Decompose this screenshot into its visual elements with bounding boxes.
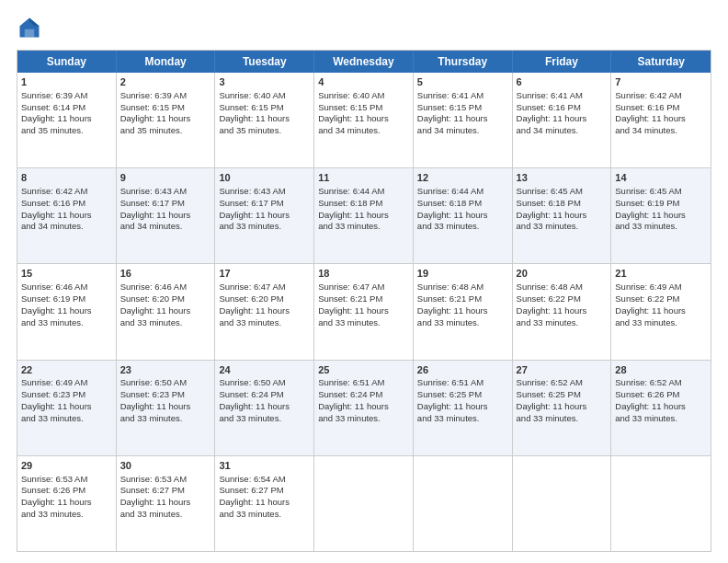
day-number: 24 — [219, 363, 310, 377]
day-info: Sunrise: 6:48 AM Sunset: 6:21 PM Dayligh… — [417, 282, 488, 327]
day-info: Sunrise: 6:51 AM Sunset: 6:24 PM Dayligh… — [318, 377, 389, 422]
day-info: Sunrise: 6:47 AM Sunset: 6:21 PM Dayligh… — [318, 282, 389, 327]
day-info: Sunrise: 6:42 AM Sunset: 6:16 PM Dayligh… — [21, 186, 92, 231]
day-number: 4 — [318, 75, 409, 89]
day-info: Sunrise: 6:50 AM Sunset: 6:24 PM Dayligh… — [219, 377, 290, 422]
day-number: 29 — [21, 459, 112, 473]
day-number: 15 — [21, 267, 112, 281]
header-day-monday: Monday — [117, 51, 216, 73]
day-cell-21: 21Sunrise: 6:49 AM Sunset: 6:22 PM Dayli… — [611, 264, 711, 359]
day-number: 17 — [219, 267, 310, 281]
header-day-saturday: Saturday — [611, 51, 711, 73]
day-cell-3: 3Sunrise: 6:40 AM Sunset: 6:15 PM Daylig… — [215, 73, 314, 167]
day-cell-5: 5Sunrise: 6:41 AM Sunset: 6:15 PM Daylig… — [414, 73, 513, 167]
day-number: 19 — [417, 267, 508, 281]
day-number: 10 — [219, 171, 310, 185]
day-cell-25: 25Sunrise: 6:51 AM Sunset: 6:24 PM Dayli… — [314, 361, 414, 455]
day-number: 20 — [517, 267, 608, 281]
day-number: 1 — [21, 75, 112, 89]
day-cell-27: 27Sunrise: 6:52 AM Sunset: 6:25 PM Dayli… — [513, 361, 612, 455]
calendar-row-4: 22Sunrise: 6:49 AM Sunset: 6:23 PM Dayli… — [17, 360, 711, 455]
day-info: Sunrise: 6:42 AM Sunset: 6:16 PM Dayligh… — [615, 90, 686, 135]
day-info: Sunrise: 6:43 AM Sunset: 6:17 PM Dayligh… — [219, 186, 290, 231]
day-info: Sunrise: 6:49 AM Sunset: 6:22 PM Dayligh… — [615, 282, 686, 327]
day-number: 12 — [417, 171, 508, 185]
day-number: 30 — [120, 459, 211, 473]
day-cell-24: 24Sunrise: 6:50 AM Sunset: 6:24 PM Dayli… — [215, 361, 314, 455]
day-info: Sunrise: 6:51 AM Sunset: 6:25 PM Dayligh… — [417, 377, 488, 422]
day-cell-4: 4Sunrise: 6:40 AM Sunset: 6:15 PM Daylig… — [314, 73, 414, 167]
day-cell-16: 16Sunrise: 6:46 AM Sunset: 6:20 PM Dayli… — [117, 264, 216, 359]
header-day-sunday: Sunday — [17, 51, 117, 73]
day-number: 27 — [517, 363, 608, 377]
day-cell-6: 6Sunrise: 6:41 AM Sunset: 6:16 PM Daylig… — [513, 73, 612, 167]
day-number: 9 — [120, 171, 211, 185]
day-cell-10: 10Sunrise: 6:43 AM Sunset: 6:17 PM Dayli… — [215, 168, 314, 263]
empty-cell — [314, 456, 414, 551]
day-info: Sunrise: 6:44 AM Sunset: 6:18 PM Dayligh… — [318, 186, 389, 231]
day-number: 18 — [318, 267, 409, 281]
day-cell-13: 13Sunrise: 6:45 AM Sunset: 6:18 PM Dayli… — [513, 168, 612, 263]
day-number: 8 — [21, 171, 112, 185]
day-cell-1: 1Sunrise: 6:39 AM Sunset: 6:14 PM Daylig… — [17, 73, 117, 167]
day-info: Sunrise: 6:54 AM Sunset: 6:27 PM Dayligh… — [219, 474, 290, 519]
empty-cell — [611, 456, 711, 551]
day-number: 2 — [120, 75, 211, 89]
day-cell-9: 9Sunrise: 6:43 AM Sunset: 6:17 PM Daylig… — [117, 168, 216, 263]
logo-icon — [17, 15, 42, 40]
day-cell-20: 20Sunrise: 6:48 AM Sunset: 6:22 PM Dayli… — [513, 264, 612, 359]
empty-cell — [513, 456, 612, 551]
day-number: 14 — [615, 171, 707, 185]
day-cell-2: 2Sunrise: 6:39 AM Sunset: 6:15 PM Daylig… — [117, 73, 216, 167]
day-number: 23 — [120, 363, 211, 377]
day-info: Sunrise: 6:46 AM Sunset: 6:19 PM Dayligh… — [21, 282, 92, 327]
day-number: 11 — [318, 171, 409, 185]
day-number: 7 — [615, 75, 707, 89]
day-cell-11: 11Sunrise: 6:44 AM Sunset: 6:18 PM Dayli… — [314, 168, 414, 263]
day-number: 25 — [318, 363, 409, 377]
day-info: Sunrise: 6:44 AM Sunset: 6:18 PM Dayligh… — [417, 186, 488, 231]
day-cell-30: 30Sunrise: 6:53 AM Sunset: 6:27 PM Dayli… — [117, 456, 216, 551]
day-info: Sunrise: 6:47 AM Sunset: 6:20 PM Dayligh… — [219, 282, 290, 327]
day-info: Sunrise: 6:48 AM Sunset: 6:22 PM Dayligh… — [517, 282, 587, 327]
day-number: 21 — [615, 267, 707, 281]
day-number: 16 — [120, 267, 211, 281]
day-cell-17: 17Sunrise: 6:47 AM Sunset: 6:20 PM Dayli… — [215, 264, 314, 359]
day-cell-15: 15Sunrise: 6:46 AM Sunset: 6:19 PM Dayli… — [17, 264, 117, 359]
day-cell-26: 26Sunrise: 6:51 AM Sunset: 6:25 PM Dayli… — [414, 361, 513, 455]
day-cell-18: 18Sunrise: 6:47 AM Sunset: 6:21 PM Dayli… — [314, 264, 414, 359]
day-info: Sunrise: 6:41 AM Sunset: 6:15 PM Dayligh… — [417, 90, 488, 135]
calendar-row-1: 1Sunrise: 6:39 AM Sunset: 6:14 PM Daylig… — [17, 73, 711, 167]
day-info: Sunrise: 6:52 AM Sunset: 6:25 PM Dayligh… — [517, 377, 587, 422]
day-cell-12: 12Sunrise: 6:44 AM Sunset: 6:18 PM Dayli… — [414, 168, 513, 263]
day-info: Sunrise: 6:43 AM Sunset: 6:17 PM Dayligh… — [120, 186, 191, 231]
day-info: Sunrise: 6:53 AM Sunset: 6:26 PM Dayligh… — [21, 474, 92, 519]
calendar: SundayMondayTuesdayWednesdayThursdayFrid… — [17, 50, 711, 552]
header-day-thursday: Thursday — [414, 51, 513, 73]
day-number: 26 — [417, 363, 508, 377]
day-info: Sunrise: 6:45 AM Sunset: 6:18 PM Dayligh… — [517, 186, 587, 231]
day-cell-23: 23Sunrise: 6:50 AM Sunset: 6:23 PM Dayli… — [117, 361, 216, 455]
day-number: 22 — [21, 363, 112, 377]
calendar-row-5: 29Sunrise: 6:53 AM Sunset: 6:26 PM Dayli… — [17, 455, 711, 551]
day-number: 13 — [517, 171, 608, 185]
day-info: Sunrise: 6:50 AM Sunset: 6:23 PM Dayligh… — [120, 377, 191, 422]
day-cell-14: 14Sunrise: 6:45 AM Sunset: 6:19 PM Dayli… — [611, 168, 711, 263]
day-number: 31 — [219, 459, 310, 473]
empty-cell — [414, 456, 513, 551]
page: SundayMondayTuesdayWednesdayThursdayFrid… — [0, 0, 728, 563]
day-info: Sunrise: 6:53 AM Sunset: 6:27 PM Dayligh… — [120, 474, 191, 519]
day-info: Sunrise: 6:39 AM Sunset: 6:14 PM Dayligh… — [21, 90, 92, 135]
day-info: Sunrise: 6:46 AM Sunset: 6:20 PM Dayligh… — [120, 282, 191, 327]
day-number: 28 — [615, 363, 707, 377]
day-number: 3 — [219, 75, 310, 89]
calendar-body: 1Sunrise: 6:39 AM Sunset: 6:14 PM Daylig… — [17, 73, 711, 551]
day-cell-31: 31Sunrise: 6:54 AM Sunset: 6:27 PM Dayli… — [215, 456, 314, 551]
svg-rect-2 — [25, 29, 35, 38]
day-cell-19: 19Sunrise: 6:48 AM Sunset: 6:21 PM Dayli… — [414, 264, 513, 359]
logo — [17, 15, 46, 40]
day-info: Sunrise: 6:45 AM Sunset: 6:19 PM Dayligh… — [615, 186, 686, 231]
day-cell-8: 8Sunrise: 6:42 AM Sunset: 6:16 PM Daylig… — [17, 168, 117, 263]
header — [17, 15, 711, 40]
header-day-tuesday: Tuesday — [215, 51, 314, 73]
